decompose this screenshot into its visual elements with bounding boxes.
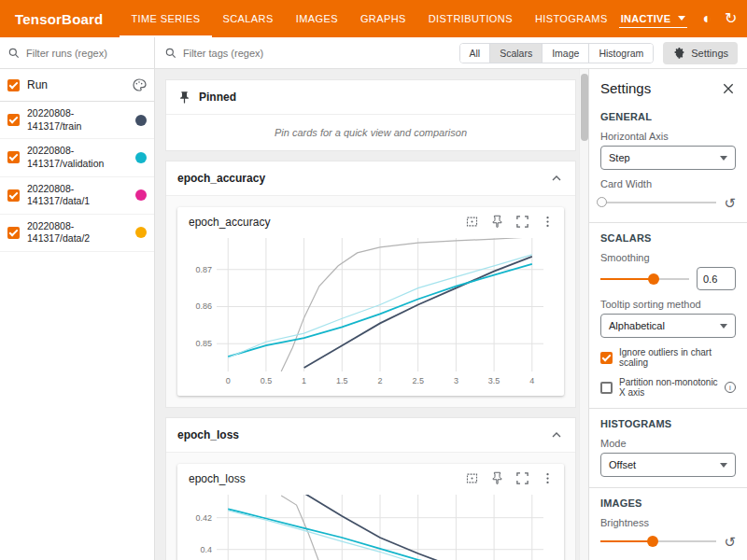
tab-time-series[interactable]: TIME SERIES bbox=[120, 0, 211, 37]
app-title: TensorBoard bbox=[15, 11, 103, 27]
search-icon bbox=[164, 47, 177, 60]
tab-graphs[interactable]: GRAPHS bbox=[349, 0, 417, 37]
tab-scalars[interactable]: SCALARS bbox=[212, 0, 285, 37]
histogram-mode-select[interactable]: Offset bbox=[600, 453, 736, 477]
fullscreen-icon[interactable] bbox=[515, 471, 529, 485]
palette-icon[interactable] bbox=[132, 77, 147, 92]
gear-icon bbox=[672, 47, 685, 60]
tooltip-sorting-select[interactable]: Alphabetical bbox=[600, 314, 736, 338]
smoothing-slider[interactable] bbox=[600, 270, 689, 288]
svg-text:3: 3 bbox=[454, 376, 458, 385]
histogram-mode-value: Offset bbox=[609, 459, 636, 470]
settings-panel-title: Settings bbox=[600, 80, 651, 96]
tags-toolbar: AllScalarsImageHistogram Settings bbox=[155, 37, 747, 69]
settings-panel: Settings GENERAL Horizontal Axis Step Ca… bbox=[588, 69, 747, 560]
svg-text:0: 0 bbox=[226, 376, 231, 385]
tag-filter-group: AllScalarsImageHistogram bbox=[459, 43, 655, 63]
svg-text:3.5: 3.5 bbox=[488, 376, 500, 385]
reset-icon[interactable]: ↺ bbox=[724, 535, 736, 549]
runs-filter-input[interactable] bbox=[26, 48, 147, 59]
horizontal-axis-select[interactable]: Step bbox=[600, 146, 736, 170]
scrollbar-track[interactable] bbox=[579, 69, 588, 560]
card-width-slider[interactable] bbox=[600, 193, 716, 212]
section-title: epoch_accuracy bbox=[177, 172, 265, 185]
close-icon[interactable] bbox=[721, 81, 736, 96]
line-chart-epoch-loss[interactable]: 00.511.522.533.540.420.40.380.36 bbox=[177, 487, 564, 560]
refresh-icon[interactable]: ↻ bbox=[725, 11, 737, 26]
svg-text:2.5: 2.5 bbox=[412, 376, 424, 385]
select-all-runs-checkbox[interactable] bbox=[7, 79, 20, 91]
run-row[interactable]: 20220808-141317/train bbox=[0, 102, 154, 139]
nav-tabs: TIME SERIESSCALARSIMAGESGRAPHSDISTRIBUTI… bbox=[120, 0, 618, 37]
tag-filter-histogram[interactable]: Histogram bbox=[589, 44, 653, 63]
pinned-empty-hint: Pin cards for a quick view and compariso… bbox=[166, 114, 575, 150]
run-color-dot bbox=[135, 189, 147, 201]
chevron-down-icon bbox=[720, 324, 727, 329]
more-options-icon[interactable] bbox=[541, 215, 555, 229]
run-row[interactable]: 20220808-141317/validation bbox=[0, 139, 154, 176]
tag-filter-image[interactable]: Image bbox=[543, 44, 589, 63]
svg-text:1: 1 bbox=[302, 376, 306, 385]
scrollbar-thumb[interactable] bbox=[581, 74, 588, 141]
tab-histograms[interactable]: HISTOGRAMS bbox=[524, 0, 619, 37]
partition-x-axis-checkbox[interactable] bbox=[600, 382, 613, 394]
settings-button[interactable]: Settings bbox=[663, 42, 738, 64]
run-color-dot bbox=[135, 227, 147, 238]
section-title: epoch_loss bbox=[177, 428, 239, 441]
svg-text:0.5: 0.5 bbox=[261, 376, 273, 385]
partition-x-axis-option[interactable]: Partition non-monotonic X axis i bbox=[600, 377, 736, 398]
run-row[interactable]: 20220808-141317/data/2 bbox=[0, 215, 154, 252]
runs-sidebar: Run 20220808-141317/train20220808-141317… bbox=[0, 37, 155, 560]
pinned-title: Pinned bbox=[199, 91, 236, 104]
run-checkbox[interactable] bbox=[7, 114, 20, 126]
tags-filter-input[interactable] bbox=[183, 48, 450, 59]
brightness-label: Brightness bbox=[600, 517, 736, 528]
settings-heading-histograms: HISTOGRAMS bbox=[600, 418, 736, 429]
svg-text:0.85: 0.85 bbox=[195, 339, 212, 348]
brightness-slider[interactable] bbox=[600, 532, 716, 551]
settings-heading-images: IMAGES bbox=[600, 497, 736, 509]
horizontal-axis-value: Step bbox=[609, 152, 630, 163]
search-icon bbox=[7, 47, 21, 60]
reset-icon[interactable]: ↺ bbox=[724, 196, 736, 210]
chevron-up-icon[interactable] bbox=[549, 171, 564, 186]
toggle-size-icon[interactable] bbox=[465, 215, 479, 229]
smoothing-label: Smoothing bbox=[600, 252, 736, 263]
tag-filter-scalars[interactable]: Scalars bbox=[490, 44, 543, 63]
scalar-card-epoch-accuracy: epoch_accuracy 00.511.522.533.540.850.86… bbox=[177, 207, 564, 396]
smoothing-value-input[interactable] bbox=[697, 267, 736, 290]
pin-icon[interactable] bbox=[490, 215, 504, 229]
run-checkbox[interactable] bbox=[7, 189, 20, 202]
pin-icon[interactable] bbox=[490, 471, 504, 485]
chevron-up-icon[interactable] bbox=[549, 427, 564, 442]
info-icon[interactable]: i bbox=[725, 382, 736, 393]
reload-status-label: INACTIVE bbox=[621, 13, 671, 24]
top-bar: TensorBoard TIME SERIESSCALARSIMAGESGRAP… bbox=[0, 0, 747, 37]
svg-text:4: 4 bbox=[529, 376, 534, 385]
tab-images[interactable]: IMAGES bbox=[285, 0, 349, 37]
line-chart-epoch-accuracy[interactable]: 00.511.522.533.540.850.860.87 bbox=[177, 231, 564, 396]
ignore-outliers-option[interactable]: Ignore outliers in chart scaling bbox=[600, 347, 736, 368]
run-checkbox[interactable] bbox=[7, 227, 20, 239]
toggle-size-icon[interactable] bbox=[465, 471, 479, 485]
tag-filter-all[interactable]: All bbox=[460, 44, 491, 63]
runs-header-label: Run bbox=[27, 78, 48, 91]
ignore-outliers-checkbox[interactable] bbox=[600, 352, 613, 364]
partition-x-axis-label: Partition non-monotonic X axis bbox=[619, 377, 718, 398]
run-row[interactable]: 20220808-141317/data/1 bbox=[0, 177, 154, 215]
fullscreen-icon[interactable] bbox=[515, 215, 529, 229]
svg-text:0.86: 0.86 bbox=[195, 301, 212, 311]
runs-list: 20220808-141317/train20220808-141317/val… bbox=[0, 102, 154, 252]
run-color-dot bbox=[135, 152, 147, 163]
svg-text:0.4: 0.4 bbox=[200, 545, 212, 554]
run-label: 20220808-141317/train bbox=[27, 107, 128, 133]
tab-distributions[interactable]: DISTRIBUTIONS bbox=[417, 0, 524, 37]
run-checkbox[interactable] bbox=[7, 151, 20, 163]
chevron-down-icon bbox=[678, 16, 685, 21]
reload-status-dropdown[interactable]: INACTIVE bbox=[619, 10, 688, 28]
theme-toggle-icon[interactable]: ◐ bbox=[702, 11, 712, 26]
more-options-icon[interactable] bbox=[541, 471, 555, 485]
runs-filter bbox=[0, 37, 154, 69]
svg-text:0.87: 0.87 bbox=[195, 265, 212, 274]
svg-text:1.5: 1.5 bbox=[336, 376, 348, 385]
